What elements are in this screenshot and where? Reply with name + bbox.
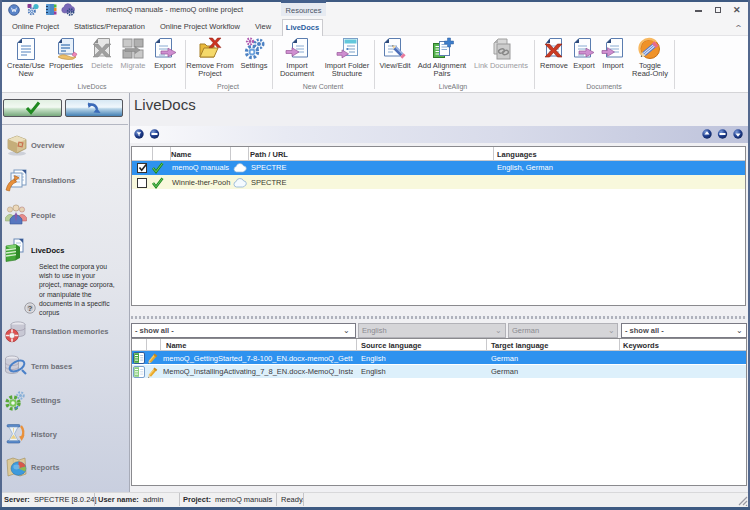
svg-text:?: ? [28,304,33,313]
